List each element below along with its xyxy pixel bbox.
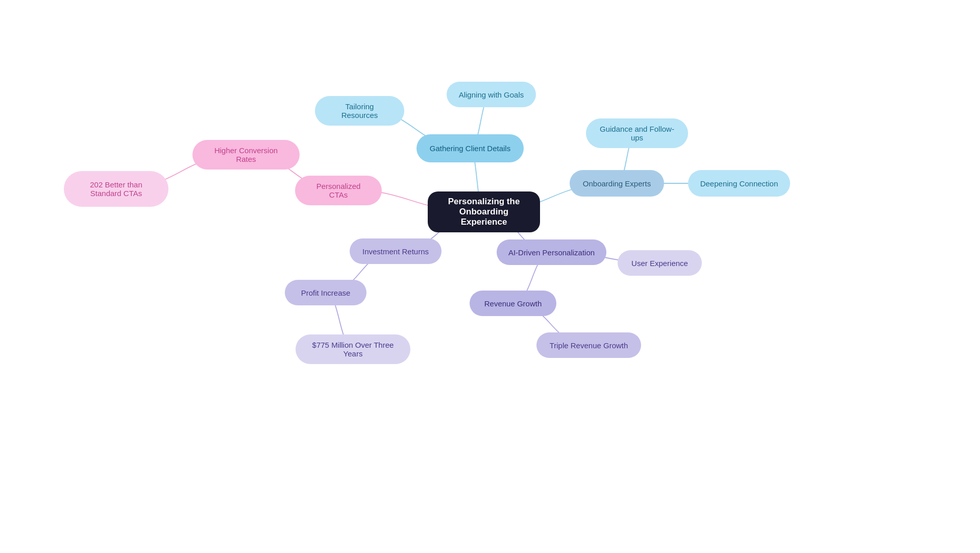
guidance-followups-node: Guidance and Follow-ups <box>586 118 688 148</box>
onboarding-experts-node: Onboarding Experts <box>570 170 664 197</box>
user-experience-node: User Experience <box>618 250 702 276</box>
202-better-node: 202 Better than Standard CTAs <box>64 171 168 207</box>
aligning-goals-node: Aligning with Goals <box>447 82 536 107</box>
ai-driven-node: AI-Driven Personalization <box>497 239 606 265</box>
triple-revenue-node: Triple Revenue Growth <box>536 332 641 358</box>
775-million-node: $775 Million Over Three Years <box>296 334 410 364</box>
deepening-connection-node: Deepening Connection <box>688 170 790 197</box>
personalized-ctas-node: Personalized CTAs <box>295 176 382 205</box>
revenue-growth-node: Revenue Growth <box>470 291 556 316</box>
mind-map-canvas: Personalizing the Onboarding ExperienceT… <box>0 0 980 553</box>
investment-returns-node: Investment Returns <box>350 238 442 264</box>
gathering-client-node: Gathering Client Details <box>416 134 524 162</box>
tailoring-resources-node: Tailoring Resources <box>315 96 404 126</box>
center-node: Personalizing the Onboarding Experience <box>428 191 540 232</box>
profit-increase-node: Profit Increase <box>285 280 366 305</box>
higher-conversion-node: Higher Conversion Rates <box>192 140 300 170</box>
